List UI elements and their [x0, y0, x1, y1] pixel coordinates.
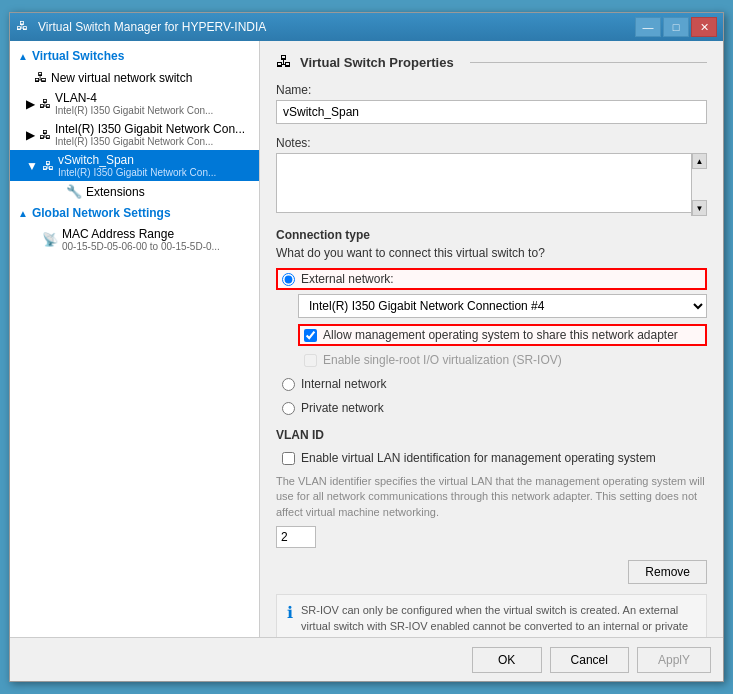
private-network-label: Private network [301, 401, 384, 415]
global-network-header[interactable]: ▲ Global Network Settings [10, 202, 259, 224]
internal-network-label: Internal network [301, 377, 386, 391]
allow-management-checkbox[interactable] [304, 329, 317, 342]
intel1-sub: Intel(R) I350 Gigabit Network Con... [55, 136, 245, 147]
notes-field-group: Notes: ▲ ▼ [276, 136, 707, 216]
internal-network-option[interactable]: Internal network [276, 374, 707, 394]
info-box: ℹ SR-IOV can only be configured when the… [276, 594, 707, 637]
title-bar: 🖧 Virtual Switch Manager for HYPERV-INDI… [10, 13, 723, 41]
intel1-icon: 🖧 [39, 128, 51, 142]
minimize-button[interactable]: — [635, 17, 661, 37]
vswitch-span-icon: 🖧 [42, 159, 54, 173]
network-adapter-select[interactable]: Intel(R) I350 Gigabit Network Connection… [298, 294, 707, 318]
vlan-checkbox[interactable] [282, 452, 295, 465]
right-panel: 🖧 Virtual Switch Properties Name: Notes:… [260, 41, 723, 637]
connection-type-title: Connection type [276, 228, 707, 242]
expand-icon: ▼ [26, 159, 38, 173]
app-icon: 🖧 [16, 19, 32, 35]
vlan-checkbox-row[interactable]: Enable virtual LAN identification for ma… [276, 448, 707, 468]
vlan4-sub: Intel(R) I350 Gigabit Network Con... [55, 105, 213, 116]
notes-textarea[interactable] [276, 153, 707, 213]
bottom-bar: OK Cancel ApplY [10, 637, 723, 681]
vlan-checkbox-label: Enable virtual LAN identification for ma… [301, 451, 656, 465]
virtual-switches-header[interactable]: ▲ Virtual Switches [10, 45, 259, 67]
mac-range-icon: 📡 [42, 232, 58, 247]
scroll-down-arrow[interactable]: ▼ [692, 200, 707, 216]
left-panel: ▲ Virtual Switches 🖧 New virtual network… [10, 41, 260, 637]
sr-iov-row: Enable single-root I/O virtualization (S… [298, 350, 707, 370]
main-window: 🖧 Virtual Switch Manager for HYPERV-INDI… [9, 12, 724, 682]
extensions-label: Extensions [86, 185, 145, 199]
cancel-button[interactable]: Cancel [550, 647, 629, 673]
name-field-group: Name: [276, 83, 707, 124]
info-text: SR-IOV can only be configured when the v… [301, 603, 696, 637]
new-switch-icon: 🖧 [34, 70, 47, 85]
title-bar-controls: — □ ✕ [635, 17, 717, 37]
vswitch-span-label: vSwitch_Span [58, 153, 216, 167]
intel1-label: Intel(R) I350 Gigabit Network Con... [55, 122, 245, 136]
connection-type-section: Connection type What do you want to conn… [276, 228, 707, 418]
mac-range-value: 00-15-5D-05-06-00 to 00-15-5D-0... [62, 241, 220, 252]
remove-button[interactable]: Remove [628, 560, 707, 584]
connection-type-desc: What do you want to connect this virtual… [276, 246, 707, 260]
vswitch-span-sub: Intel(R) I350 Gigabit Network Con... [58, 167, 216, 178]
extensions-icon: 🔧 [66, 184, 82, 199]
external-network-option[interactable]: External network: [276, 268, 707, 290]
vlan-input[interactable] [276, 526, 316, 548]
mac-range-label: MAC Address Range [62, 227, 220, 241]
vlan4-icon: 🖧 [39, 97, 51, 111]
vlan-section: VLAN ID Enable virtual LAN identificatio… [276, 428, 707, 548]
notes-textarea-wrapper: ▲ ▼ [276, 153, 707, 216]
ok-button[interactable]: OK [472, 647, 542, 673]
mac-range-item[interactable]: 📡 MAC Address Range 00-15-5D-05-06-00 to… [10, 224, 259, 255]
external-network-label: External network: [301, 272, 394, 286]
new-virtual-switch-item[interactable]: 🖧 New virtual network switch [10, 67, 259, 88]
vswitch-span-expand[interactable]: ▼ 🖧 vSwitch_Span Intel(R) I350 Gigabit N… [10, 150, 259, 181]
allow-management-label: Allow management operating system to sha… [323, 328, 678, 342]
name-label: Name: [276, 83, 707, 97]
sr-iov-label: Enable single-root I/O virtualization (S… [323, 353, 562, 367]
title-bar-left: 🖧 Virtual Switch Manager for HYPERV-INDI… [16, 19, 266, 35]
allow-management-row[interactable]: Allow management operating system to sha… [298, 324, 707, 346]
vlan4-label: VLAN-4 [55, 91, 213, 105]
global-network-label: Global Network Settings [32, 206, 171, 220]
extensions-item[interactable]: 🔧 Extensions [10, 181, 259, 202]
vlan-desc: The VLAN identifier specifies the virtua… [276, 474, 707, 520]
network-adapter-row: Intel(R) I350 Gigabit Network Connection… [298, 294, 707, 318]
apply-button[interactable]: ApplY [637, 647, 711, 673]
remove-btn-row: Remove [276, 560, 707, 584]
section-title-row: 🖧 Virtual Switch Properties [276, 53, 707, 71]
vlan-title: VLAN ID [276, 428, 707, 442]
expand-icon: ▶ [26, 97, 35, 111]
name-input[interactable] [276, 100, 707, 124]
chevron-down-icon: ▲ [18, 208, 28, 219]
section-title: Virtual Switch Properties [300, 55, 454, 70]
intel1-expand[interactable]: ▶ 🖧 Intel(R) I350 Gigabit Network Con...… [10, 119, 259, 150]
private-network-radio[interactable] [282, 402, 295, 415]
sr-iov-checkbox [304, 354, 317, 367]
notes-label: Notes: [276, 136, 707, 150]
vlan4-expand[interactable]: ▶ 🖧 VLAN-4 Intel(R) I350 Gigabit Network… [10, 88, 259, 119]
close-button[interactable]: ✕ [691, 17, 717, 37]
notes-scrollbar[interactable]: ▲ ▼ [691, 153, 707, 216]
scroll-up-arrow[interactable]: ▲ [692, 153, 707, 169]
main-content: ▲ Virtual Switches 🖧 New virtual network… [10, 41, 723, 637]
new-switch-label: New virtual network switch [51, 71, 192, 85]
expand-icon: ▶ [26, 128, 35, 142]
window-title: Virtual Switch Manager for HYPERV-INDIA [38, 20, 266, 34]
properties-icon: 🖧 [276, 53, 292, 71]
maximize-button[interactable]: □ [663, 17, 689, 37]
info-icon: ℹ [287, 603, 293, 637]
private-network-option[interactable]: Private network [276, 398, 707, 418]
virtual-switches-label: Virtual Switches [32, 49, 124, 63]
internal-network-radio[interactable] [282, 378, 295, 391]
external-network-radio[interactable] [282, 273, 295, 286]
chevron-down-icon: ▲ [18, 51, 28, 62]
